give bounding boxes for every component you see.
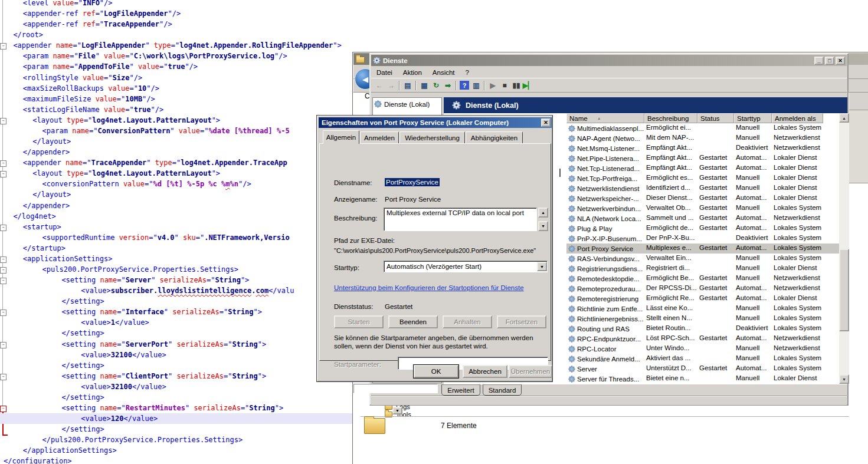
minimize-button[interactable]: _: [814, 57, 824, 65]
scroll-up-button[interactable]: ▲: [839, 113, 849, 123]
table-row[interactable]: NetzwerklistendienstIdentifiziert d...Ge…: [566, 183, 839, 193]
table-row[interactable]: Server für Threads...Bietet eine n...Man…: [566, 374, 839, 384]
table-row[interactable]: RPC-LocatorUnter Windo...ManuellNetzwerk…: [566, 344, 839, 354]
tab-anmelden[interactable]: Anmelden: [360, 131, 399, 143]
fold-toggle[interactable]: −: [0, 278, 6, 284]
fold-toggle[interactable]: −: [0, 406, 6, 412]
maximize-button[interactable]: □: [825, 57, 834, 65]
table-row[interactable]: Remotedesktopdie...Ermöglicht Be...Gesta…: [566, 274, 839, 284]
properties-icon[interactable]: ▦: [418, 80, 430, 91]
services-titlebar[interactable]: Dienste _ □ ✕: [371, 55, 847, 66]
fold-toggle[interactable]: −: [0, 43, 6, 50]
menu-item-help[interactable]: ?: [460, 69, 474, 76]
table-row[interactable]: Net.Pipe-Listenera...Empfängt Akt...Gest…: [566, 153, 839, 163]
close-icon[interactable]: ✕: [541, 119, 551, 127]
fold-toggle[interactable]: −: [0, 310, 6, 316]
table-row[interactable]: Port Proxy ServiceMultiplexes e...Gestar…: [566, 243, 839, 254]
chevron-down-icon[interactable]: ▼: [537, 262, 547, 271]
fold-toggle[interactable]: −: [0, 267, 6, 274]
column-header-name[interactable]: Name▲: [566, 113, 644, 123]
filename-dropdown-button[interactable]: ▼: [392, 407, 402, 414]
service-logon-cell: Lokales System: [772, 354, 839, 364]
table-row[interactable]: RemoteregistrierungErmöglicht Re...Gesta…: [566, 294, 839, 304]
service-gear-icon: [568, 175, 575, 182]
restart-service-icon[interactable]: ▶▏: [522, 80, 534, 91]
table-row[interactable]: Registrierungsdiens...Registriert di...M…: [566, 264, 839, 274]
service-logon-cell: Netzwerkdienst: [772, 344, 839, 354]
table-row[interactable]: Net.Tcp-Listenerad...Empfängt Akt...Gest…: [566, 163, 839, 173]
service-description-cell: Empfängt Akt...: [644, 153, 697, 163]
table-row[interactable]: Net.Tcp-Portfreiga...Ermöglicht es...Ges…: [566, 173, 839, 183]
fold-toggle[interactable]: −: [0, 374, 6, 380]
close-button[interactable]: ✕: [836, 57, 845, 65]
pause-service-icon[interactable]: ▮▮: [510, 80, 522, 91]
service-name-value[interactable]: PortProxyService: [385, 178, 440, 186]
description-scroll-down-button[interactable]: ▼: [538, 221, 548, 231]
startup-type-combobox[interactable]: Automatisch (Verzögerter Start) ▼: [384, 261, 548, 272]
fold-toggle[interactable]: −: [0, 342, 6, 348]
table-row[interactable]: Plug & PlayErmöglicht de...GestartetAuto…: [566, 223, 839, 233]
table-row[interactable]: Richtlinienergebniss...Stellt einen N...…: [566, 314, 839, 324]
fold-toggle[interactable]: −: [0, 256, 6, 263]
help-icon[interactable]: ?: [460, 81, 469, 90]
service-name-cell: Remoteregistrierung: [566, 294, 644, 304]
column-header-starttyp[interactable]: Starttyp: [734, 113, 772, 123]
tab-wiederherstellung[interactable]: Wiederherstellung: [399, 131, 465, 143]
service-logon-cell: Netzwerkdienst: [772, 274, 839, 284]
description-scroll-up-button[interactable]: ▲: [538, 208, 548, 218]
service-name-cell: Richtlinienergebniss...: [566, 314, 644, 324]
table-row[interactable]: Net.Msmq-Listener...Empfängt Akt...Deakt…: [566, 143, 839, 153]
column-header-anmelden-als[interactable]: Anmelden als: [772, 113, 823, 123]
tab-abhangigkeiten[interactable]: Abhängigkeiten: [466, 131, 523, 143]
column-header-status[interactable]: Status: [697, 113, 734, 123]
stop-service-icon[interactable]: ■: [499, 80, 510, 91]
forward-icon[interactable]: →: [385, 80, 397, 91]
table-row[interactable]: Multimediaklassenpl...Ermöglicht ei...Ma…: [566, 123, 839, 133]
table-row[interactable]: ServerUnterstützt D...GestartetAutomat..…: [566, 364, 839, 374]
ok-button[interactable]: OK: [414, 365, 458, 378]
table-row[interactable]: Netzwerkspeicher-...Dieser Dienst...Gest…: [566, 193, 839, 203]
fold-toggle[interactable]: −: [0, 118, 6, 124]
filename-field[interactable]: [353, 384, 438, 393]
menu-item-aktion[interactable]: Aktion: [398, 69, 427, 76]
refresh-icon[interactable]: ↻: [430, 80, 442, 91]
tab-standard[interactable]: Standard: [483, 384, 522, 396]
table-row[interactable]: RAS-Verbindungsv...Verwaltet Ein...Manue…: [566, 254, 839, 264]
tab-erweitert[interactable]: Erweitert: [441, 384, 480, 396]
back-icon[interactable]: ←: [374, 80, 385, 91]
export-list-icon[interactable]: ➡: [442, 80, 454, 91]
extended-view-icon[interactable]: ▥: [470, 80, 482, 91]
startup-options-help-link[interactable]: Unterstützung beim Konfigurieren der Sta…: [334, 284, 524, 291]
column-header-beschreibung[interactable]: Beschreibung: [644, 113, 697, 123]
table-row[interactable]: Remoteprozedurau...Der RPCSS-Di...Gestar…: [566, 284, 839, 294]
vertical-scrollbar[interactable]: ▲ ▼: [839, 113, 849, 384]
scroll-down-button[interactable]: ▼: [839, 374, 849, 384]
table-row[interactable]: Routing und RASBietet Routin...Deaktivie…: [566, 324, 839, 334]
service-status-cell: [697, 314, 734, 324]
fold-toggle[interactable]: −: [0, 225, 6, 231]
service-status-cell: Gestartet: [697, 183, 734, 193]
scrollbar-thumb[interactable]: [839, 249, 849, 331]
table-row[interactable]: Richtlinie zum Entfe...Lässt eine Ko...M…: [566, 304, 839, 314]
table-row[interactable]: NAP-Agent (Netwo...Mit dem NAP-...Manuel…: [566, 133, 839, 143]
beenden-button[interactable]: Beenden: [388, 315, 438, 328]
pane-splitter[interactable]: [559, 169, 561, 177]
table-row[interactable]: PnP-X-IP-Busenum...Der PnP-X-Bu...Deakti…: [566, 233, 839, 243]
fold-toggle[interactable]: −: [0, 171, 6, 177]
table-row[interactable]: Sekundäre Anmeld...Aktiviert das ...Manu…: [566, 354, 839, 364]
menu-item-datei[interactable]: Datei: [371, 69, 398, 76]
description-textbox[interactable]: Multiplexes external TCP/IP data on loca…: [384, 208, 537, 231]
service-logon-cell: Lokales System: [772, 203, 839, 213]
menu-item-ansicht[interactable]: Ansicht: [427, 69, 460, 76]
service-description-cell: Verwaltet Ob...: [644, 203, 697, 213]
abbrechen-button[interactable]: Abbrechen: [463, 365, 507, 378]
table-row[interactable]: Netzwerkverbindun...Verwaltet Ob...Gesta…: [566, 203, 839, 213]
start-service-icon[interactable]: ▶: [487, 80, 499, 91]
tab-allgemein[interactable]: Allgemein: [323, 130, 359, 144]
show-console-tree-icon[interactable]: ▤: [402, 80, 414, 91]
table-row[interactable]: NLA (Network Loca...Sammelt und ...Gesta…: [566, 213, 839, 223]
tree-item-dienste-lokal[interactable]: Dienste (Lokal): [373, 98, 441, 110]
table-row[interactable]: RPC-Endpunktzuor...Löst RPC-Sch...Gestar…: [566, 334, 839, 344]
fold-toggle[interactable]: −: [0, 160, 6, 167]
dialog-titlebar[interactable]: Eigenschaften von Port Proxy Service (Lo…: [319, 117, 552, 128]
